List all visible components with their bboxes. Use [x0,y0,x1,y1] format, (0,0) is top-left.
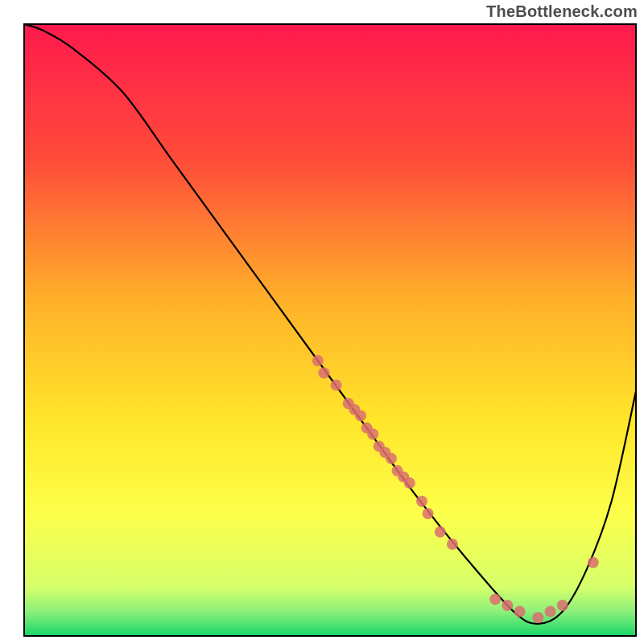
plot-area [24,24,636,636]
data-point [331,379,342,390]
data-point [416,496,427,507]
data-point [489,593,501,605]
chart-container: TheBottleneck.com [0,0,644,644]
data-point [318,367,329,378]
data-point [532,612,543,623]
data-point [423,508,434,519]
data-point [514,606,526,617]
data-point [588,557,599,568]
data-point [367,428,378,440]
data-point [312,355,324,366]
data-point [404,477,415,489]
data-point [545,606,556,617]
data-point [435,526,446,538]
data-point [386,453,397,464]
data-point [447,539,458,550]
data-point [355,410,366,421]
gradient-background [24,24,636,636]
data-point [502,600,513,611]
data-point [557,600,568,611]
chart-svg [0,0,644,644]
